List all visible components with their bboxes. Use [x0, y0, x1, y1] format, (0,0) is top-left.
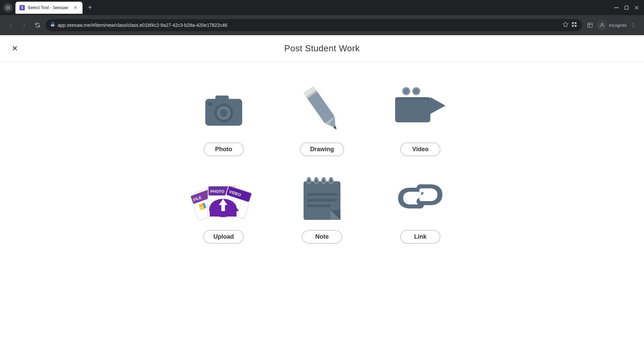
page-content: ✕ Post Student Work: [0, 35, 644, 362]
svg-rect-14: [215, 96, 229, 102]
svg-point-31: [414, 88, 419, 94]
note-tool[interactable]: Note: [286, 170, 358, 244]
photo-tool[interactable]: Photo: [188, 82, 259, 156]
svg-point-18: [221, 110, 226, 116]
tab-favicon: S: [19, 5, 25, 10]
svg-point-29: [404, 88, 409, 94]
svg-rect-61: [307, 193, 337, 196]
page-header: ✕ Post Student Work: [0, 35, 644, 62]
tool-grid: Photo: [121, 62, 523, 264]
upload-button[interactable]: Upload: [203, 230, 244, 244]
note-button[interactable]: Note: [302, 230, 342, 244]
svg-rect-5: [572, 22, 574, 24]
svg-rect-51: [210, 211, 236, 217]
drawing-icon-area: [295, 82, 349, 136]
svg-rect-6: [575, 22, 577, 24]
photo-button[interactable]: Photo: [204, 142, 244, 156]
bookmark-icon[interactable]: [562, 21, 569, 29]
maximize-button[interactable]: [623, 4, 631, 12]
upload-tool[interactable]: FILE PHOTO: [188, 170, 259, 244]
page-title: Post Student Work: [284, 43, 360, 54]
incognito-label: Incognito: [609, 23, 627, 28]
svg-rect-62: [307, 199, 337, 201]
drawing-button[interactable]: Drawing: [300, 142, 344, 156]
svg-rect-32: [395, 97, 430, 100]
new-tab-button[interactable]: +: [85, 3, 95, 12]
svg-rect-26: [395, 97, 430, 122]
svg-rect-7: [572, 25, 574, 27]
svg-rect-19: [208, 102, 213, 106]
browser-toolbar: app.seesaw.me/#/item/new/class/class.e01…: [0, 15, 644, 35]
address-bar[interactable]: app.seesaw.me/#/item/new/class/class.e01…: [46, 19, 582, 31]
note-icon-area: [295, 170, 349, 223]
svg-point-12: [633, 26, 634, 27]
svg-rect-0: [614, 7, 619, 8]
video-tool[interactable]: Video: [385, 82, 456, 156]
upload-icon: FILE PHOTO: [190, 170, 257, 223]
minimize-button[interactable]: [612, 4, 621, 12]
svg-marker-27: [430, 97, 445, 114]
close-page-button[interactable]: ✕: [8, 42, 21, 55]
note-icon: [300, 171, 344, 222]
svg-rect-63: [307, 204, 330, 207]
window-close-button[interactable]: [633, 4, 641, 12]
photo-icon: [200, 85, 247, 132]
svg-point-10: [633, 23, 634, 24]
link-icon-area: [393, 170, 447, 223]
profile-button[interactable]: [597, 20, 607, 31]
video-button[interactable]: Video: [400, 142, 440, 156]
forward-button[interactable]: [19, 20, 30, 31]
video-icon: [393, 87, 447, 131]
photo-icon-area: [197, 82, 251, 136]
url-text: app.seesaw.me/#/item/new/class/class.e01…: [58, 22, 560, 28]
svg-text:PHOTO: PHOTO: [210, 189, 224, 194]
title-bar: S Select Tool - Seesaw ✕ +: [0, 0, 644, 15]
video-icon-area: [393, 82, 447, 136]
browser-chrome: S Select Tool - Seesaw ✕ +: [0, 0, 644, 35]
drawing-tool[interactable]: Drawing: [286, 82, 358, 156]
upload-icon-area: FILE PHOTO: [190, 170, 257, 223]
svg-rect-1: [625, 6, 628, 9]
tab-title: Select Tool - Seesaw: [28, 5, 70, 10]
link-icon: [395, 173, 445, 220]
lock-icon: [50, 22, 55, 28]
link-tool[interactable]: Link: [385, 170, 456, 244]
toolbar-actions: Incognito: [585, 20, 639, 31]
svg-point-9: [601, 23, 603, 25]
tab-list-button[interactable]: [3, 3, 13, 12]
drawing-icon: [299, 82, 345, 136]
svg-rect-4: [51, 24, 55, 26]
menu-button[interactable]: [628, 20, 639, 31]
extensions-icon[interactable]: [571, 21, 577, 29]
active-tab[interactable]: S Select Tool - Seesaw ✕: [15, 2, 83, 14]
link-button[interactable]: Link: [400, 230, 440, 244]
tab-close-button[interactable]: ✕: [72, 5, 78, 11]
reload-button[interactable]: [32, 20, 43, 31]
svg-rect-8: [575, 25, 577, 27]
back-button[interactable]: [5, 20, 16, 31]
svg-point-11: [633, 25, 634, 25]
extensions-button[interactable]: [585, 20, 595, 31]
